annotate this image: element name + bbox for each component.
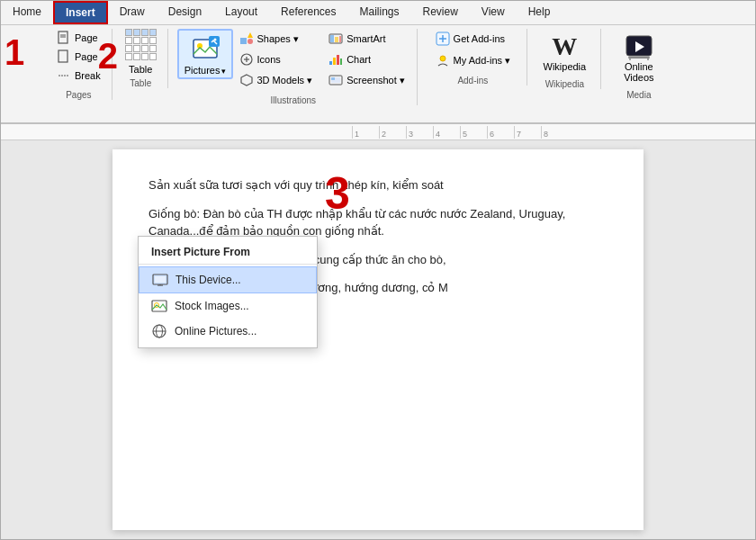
svg-rect-9: [240, 38, 247, 44]
page-label: Page: [75, 32, 98, 43]
my-addins-label: My Add-ins ▾: [454, 55, 510, 67]
svg-marker-15: [241, 75, 252, 86]
shapes-icon: [239, 32, 254, 46]
addins-group-label: Add-ins: [457, 72, 488, 86]
ruler-mark-8: 8: [541, 126, 568, 139]
tab-help[interactable]: Help: [517, 1, 562, 24]
page-button[interactable]: Page: [53, 29, 102, 47]
svg-rect-19: [339, 36, 341, 42]
icons-label: Icons: [257, 54, 281, 65]
smartart-button[interactable]: SmartArt: [324, 29, 410, 49]
insert-picture-dropdown: Insert Picture From This Device...: [138, 236, 318, 348]
online-videos-label: OnlineVideos: [624, 61, 653, 83]
pictures-icon: [189, 32, 221, 65]
icons-icon: [239, 52, 254, 67]
stock-images-item[interactable]: Stock Images...: [139, 293, 317, 319]
wikipedia-group: W Wikipedia Wikipedia: [529, 29, 601, 89]
step-3-label: 3: [325, 167, 350, 220]
tab-design[interactable]: Design: [157, 1, 213, 24]
doc-line-1: Sản xuất sữa tươi sạch với quy trình khé…: [148, 176, 608, 194]
svg-point-8: [213, 39, 216, 41]
ruler-mark-6: 6: [487, 126, 514, 139]
this-device-label: This Device...: [176, 274, 241, 286]
tab-insert[interactable]: Insert: [53, 1, 108, 24]
ribbon-tab-bar: Home Insert Draw Design Layout Reference…: [1, 1, 755, 25]
table-group-label: Table: [130, 75, 151, 88]
pictures-button-label: Pictures: [184, 65, 220, 76]
svg-rect-23: [340, 58, 342, 65]
screenshot-label: Screenshot ▾: [346, 75, 405, 86]
online-pictures-label: Online Pictures...: [175, 325, 256, 338]
table-button-label: Table: [129, 64, 152, 75]
tab-review[interactable]: Review: [411, 1, 470, 24]
get-addins-icon: [436, 32, 450, 46]
ruler-mark-4: 4: [433, 126, 460, 139]
svg-point-30: [440, 56, 446, 61]
tab-references[interactable]: References: [269, 1, 347, 24]
stock-images-label: Stock Images...: [175, 300, 249, 312]
svg-rect-33: [628, 57, 650, 58]
chart-button[interactable]: Chart: [324, 50, 410, 69]
online-videos-button[interactable]: OnlineVideos: [618, 29, 659, 86]
chart-icon: [328, 52, 343, 67]
this-device-icon: [152, 272, 168, 288]
svg-rect-18: [335, 37, 338, 42]
svg-rect-20: [329, 61, 332, 65]
icons-button[interactable]: Icons: [235, 50, 318, 69]
ruler-marks: 1 2 3 4 5 6 7 8: [352, 126, 568, 139]
ruler-mark-3: 3: [406, 126, 433, 139]
break-icon: [57, 68, 71, 83]
wikipedia-label: Wikipedia: [544, 61, 587, 72]
blank-page-label: Page: [75, 51, 98, 62]
illustrations-group-label: Illustrations: [271, 92, 317, 105]
table-button[interactable]: Table: [125, 29, 157, 75]
svg-rect-22: [337, 55, 339, 65]
ruler-mark-7: 7: [514, 126, 541, 139]
shapes-button[interactable]: Shapes ▾: [235, 29, 318, 49]
illustrations-group: Pictures ▾ Shapes ▾: [170, 29, 418, 105]
media-group-label: Media: [626, 86, 651, 100]
screenshot-button[interactable]: Screenshot ▾: [324, 70, 410, 90]
my-addins-button[interactable]: My Add-ins ▾: [431, 50, 515, 70]
blank-page-icon: [57, 50, 71, 64]
pictures-button[interactable]: Pictures ▾: [177, 29, 233, 79]
tab-draw[interactable]: Draw: [108, 1, 157, 24]
page-break-label: Break: [75, 70, 101, 81]
3d-models-button[interactable]: 3D Models ▾: [235, 70, 318, 90]
ruler-mark-2: 2: [379, 126, 406, 139]
table-grid-icon: [125, 29, 157, 60]
page-break-button[interactable]: Break: [53, 67, 104, 85]
tab-layout[interactable]: Layout: [213, 1, 269, 24]
3d-models-icon: [239, 73, 254, 87]
3d-models-label: 3D Models ▾: [257, 75, 313, 86]
doc-line-2: Giống bò: Đàn bò của TH được nhập khẩu t…: [148, 205, 608, 240]
wikipedia-icon: W: [552, 32, 577, 61]
this-device-item[interactable]: This Device...: [139, 266, 317, 293]
screenshot-icon: [328, 73, 343, 87]
chart-label: Chart: [346, 54, 371, 65]
online-pictures-item[interactable]: Online Pictures...: [139, 319, 317, 344]
tab-view[interactable]: View: [470, 1, 517, 24]
step-1-label: 1: [4, 32, 24, 73]
tab-home[interactable]: Home: [1, 1, 53, 24]
svg-rect-26: [331, 77, 335, 80]
blank-page-button[interactable]: Page: [53, 48, 102, 66]
dropdown-header: Insert Picture From: [139, 240, 317, 265]
media-group: OnlineVideos Media: [603, 29, 675, 100]
svg-rect-21: [333, 58, 336, 65]
stock-images-icon: [151, 298, 167, 314]
word-window: Home Insert Draw Design Layout Reference…: [0, 0, 756, 540]
tab-mailings[interactable]: Mailings: [347, 1, 410, 24]
addins-group: Get Add-ins My Add-ins ▾ Add-ins: [419, 29, 527, 86]
get-addins-label: Get Add-ins: [454, 33, 505, 44]
document-area: 3 Sản xuất sữa tươi sạch với quy trình k…: [1, 140, 755, 539]
svg-marker-10: [248, 32, 253, 38]
shapes-label: Shapes ▾: [257, 33, 299, 45]
smartart-label: SmartArt: [346, 33, 385, 44]
wikipedia-group-label: Wikipedia: [545, 76, 584, 89]
svg-rect-3: [58, 50, 68, 62]
get-addins-button[interactable]: Get Add-ins: [431, 29, 509, 49]
svg-rect-37: [155, 276, 166, 283]
svg-rect-17: [330, 35, 334, 42]
wikipedia-button[interactable]: W Wikipedia: [538, 29, 592, 76]
